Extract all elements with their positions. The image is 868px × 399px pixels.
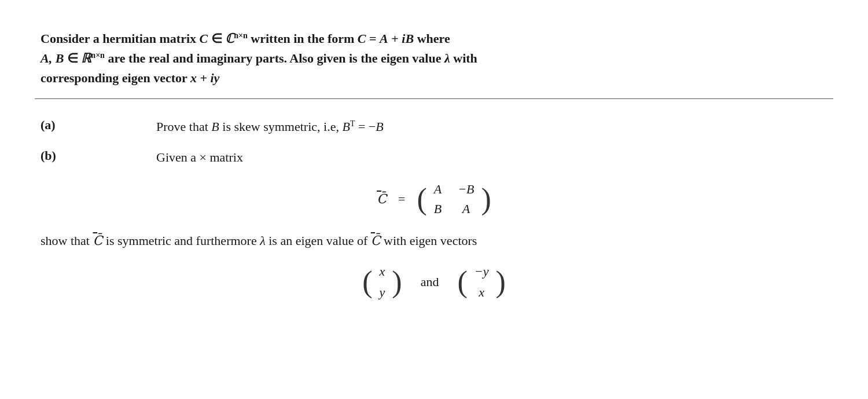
v2-left-paren: (: [457, 267, 467, 297]
matrix-equals: =: [393, 192, 410, 207]
A-sym: A: [380, 31, 388, 46]
v1-bottom: y: [380, 285, 385, 300]
x-vec-sym: x: [190, 71, 197, 85]
vector1-expr: ( x y ): [362, 263, 402, 301]
page-container: Consider a hermitian matrix C ∈ ℂn×n wri…: [35, 17, 833, 319]
exponent: n×n: [234, 31, 248, 40]
eq-text: = −: [355, 119, 376, 134]
show-that-section: show that C̄ is symmetric and furthermor…: [41, 230, 827, 251]
statement-line3: corresponding eigen vector x + iy: [41, 68, 827, 88]
B2-sym: B: [376, 119, 383, 134]
problem-a-row: (a) Prove that B is skew symmetric, i.e,…: [41, 116, 827, 137]
matrix-equation: C̄ = ( A −B B A ): [377, 180, 491, 219]
cell-B: B: [434, 202, 442, 217]
cell-A1: A: [434, 182, 442, 197]
with-eigen-text: with eigen vectors: [381, 233, 477, 248]
show-text: show that: [41, 233, 93, 248]
where-text: where: [414, 31, 450, 46]
vector2-expr: ( −y x ): [457, 263, 505, 301]
in-symbol: ∈: [211, 31, 222, 46]
skew-text: is skew symmetric, i.e,: [219, 119, 343, 134]
C-bar-show: C̄: [93, 233, 102, 248]
lambda-show: λ: [260, 233, 266, 248]
corr-text: corresponding eigen vector: [41, 71, 190, 85]
matrix-grid: A −B B A: [429, 180, 479, 219]
eigen-text: is an eigen value of: [266, 233, 371, 248]
v2-top: −y: [475, 264, 489, 279]
matrix-bracket-expr: ( A −B B A ): [417, 180, 491, 219]
prove-text: Prove that: [156, 119, 211, 134]
plus-text: +: [388, 31, 402, 46]
matrix-section: C̄ = ( A −B B A ): [41, 180, 827, 219]
v1-right-paren: ): [392, 267, 402, 297]
problem-statement: Consider a hermitian matrix C ∈ ℂn×n wri…: [35, 17, 833, 99]
in2-symbol: ∈: [67, 51, 78, 65]
BT-sym: B: [342, 119, 350, 134]
cell-negB: −B: [458, 182, 474, 197]
B-sym: B: [405, 31, 414, 46]
C-bar2-show: C̄: [371, 233, 381, 248]
vectors-section: ( x y ) and ( −y x ): [41, 263, 827, 301]
times-sym: ×: [200, 150, 207, 164]
AB-syms: A, B: [41, 51, 64, 65]
statement-line2: A, B ∈ ℝn×n are the real and imaginary p…: [41, 49, 827, 68]
B-prove: B: [211, 119, 219, 134]
cell-A2: A: [458, 202, 474, 217]
label-a: (a): [41, 116, 87, 133]
lambda-sym: λ: [444, 51, 450, 65]
symmetric-text: is symmetric and furthermore: [102, 233, 260, 248]
exponent2: n×n: [91, 51, 105, 60]
given-text: Given a: [156, 150, 200, 164]
C-set: ℂ: [225, 31, 234, 46]
vector1-content: x y: [375, 263, 390, 301]
C-bar-lhs: C̄: [377, 192, 387, 207]
are-text: are the real and imaginary parts. Also g…: [105, 51, 444, 65]
problem-a-text: Prove that B is skew symmetric, i.e, BT …: [156, 116, 384, 137]
statement-line1: Consider a hermitian matrix C ∈ ℂn×n wri…: [41, 29, 827, 49]
written-text: written in the form: [248, 31, 358, 46]
v2-right-paren: ): [495, 267, 505, 297]
label-b: (b): [41, 147, 87, 163]
C-symbol: C: [200, 31, 208, 46]
v1-top: x: [380, 264, 385, 279]
problem-b-row: (b) Given a × matrix: [41, 147, 827, 167]
main-content: (a) Prove that B is skew symmetric, i.e,…: [35, 99, 833, 319]
iy-sym: iy: [210, 71, 219, 85]
vector2-content: −y x: [470, 263, 494, 301]
v1-left-paren: (: [362, 267, 372, 297]
consider-text: Consider a hermitian matrix: [41, 31, 200, 46]
R-set: ℝ: [81, 51, 91, 65]
left-paren: (: [417, 184, 426, 214]
and-text: and: [414, 274, 446, 290]
C-eq: C: [358, 31, 366, 46]
equals-text: =: [366, 31, 380, 46]
with-text: with: [450, 51, 477, 65]
v2-bottom: x: [479, 285, 484, 300]
problem-b-text: Given a × matrix: [156, 147, 243, 167]
plus2-text: +: [197, 71, 211, 85]
matrix-text: matrix: [207, 150, 243, 164]
right-paren: ): [481, 184, 491, 214]
